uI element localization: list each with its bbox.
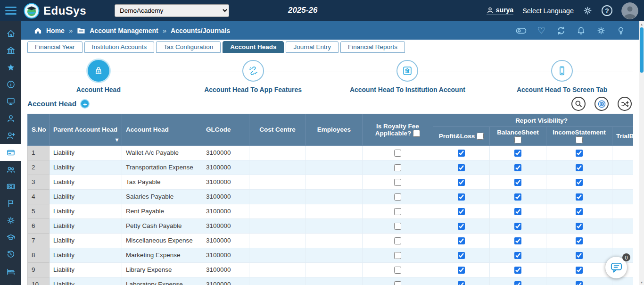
income-statement-cell — [546, 262, 612, 277]
breadcrumb-section[interactable]: Account Management — [90, 27, 158, 34]
sno-header: S.No — [28, 114, 50, 146]
royalty-checkbox[interactable] — [394, 223, 401, 230]
royalty-checkbox[interactable] — [394, 164, 401, 171]
shuffle-button[interactable] — [618, 97, 632, 111]
bell-icon[interactable] — [577, 26, 586, 35]
bulb-icon[interactable] — [617, 26, 625, 35]
balance-sheet-checkbox[interactable] — [514, 281, 521, 285]
profit-loss-select-all-checkbox[interactable] — [477, 133, 484, 140]
select-language-link[interactable]: Select Language — [522, 7, 574, 15]
royalty-checkbox[interactable] — [394, 252, 401, 259]
scroll-up-arrow[interactable]: ▲ — [639, 21, 644, 27]
add-account-head-button[interactable]: + — [80, 99, 90, 109]
toggle-icon[interactable] — [516, 26, 527, 35]
royalty-checkbox[interactable] — [394, 150, 401, 157]
step-account-head[interactable]: Account Head — [21, 53, 176, 93]
balance-sheet-checkbox[interactable] — [514, 179, 521, 186]
heart-icon[interactable]: ♡ — [537, 26, 545, 35]
sidebar-item-institution[interactable] — [0, 42, 21, 59]
income-statement-checkbox[interactable] — [576, 164, 583, 171]
sync-icon[interactable] — [556, 26, 566, 35]
profit-loss-checkbox[interactable] — [458, 267, 465, 274]
tab-tax-configuration[interactable]: Tax Configuration — [156, 41, 221, 53]
income-statement-checkbox[interactable] — [576, 150, 583, 157]
income-statement-checkbox[interactable] — [576, 281, 583, 285]
scroll-down-arrow[interactable]: ▼ — [639, 279, 644, 285]
profit-loss-checkbox[interactable] — [458, 237, 465, 244]
profit-loss-checkbox[interactable] — [458, 193, 465, 201]
record-button[interactable] — [594, 97, 609, 111]
profit-loss-checkbox[interactable] — [458, 150, 465, 157]
sidebar-item-academics[interactable] — [0, 229, 21, 246]
parent-account-head-header[interactable]: Parent Account Head ▾ — [50, 114, 122, 146]
avatar[interactable] — [621, 2, 638, 19]
sidebar-item-info[interactable] — [0, 76, 21, 93]
profit-loss-checkbox[interactable] — [458, 179, 465, 186]
income-statement-checkbox[interactable] — [576, 208, 583, 215]
sidebar-item-settings[interactable] — [0, 212, 21, 229]
income-statement-checkbox[interactable] — [576, 252, 583, 259]
profit-loss-checkbox[interactable] — [458, 164, 465, 171]
settings-icon[interactable] — [583, 6, 593, 16]
balance-sheet-select-all-checkbox[interactable] — [514, 136, 521, 143]
step-account-head-to-app-features[interactable]: Account Head To App Features — [176, 53, 330, 93]
sidebar-item-accounts[interactable] — [0, 144, 21, 161]
sidebar-item-history[interactable] — [0, 246, 21, 263]
sort-chevron-icon[interactable]: ▾ — [116, 136, 118, 143]
royalty-checkbox[interactable] — [394, 208, 401, 215]
menu-icon[interactable] — [0, 7, 21, 15]
balance-sheet-checkbox[interactable] — [514, 208, 521, 215]
profit-loss-cell — [433, 218, 490, 233]
balance-sheet-checkbox[interactable] — [514, 267, 521, 274]
income-statement-checkbox[interactable] — [576, 223, 583, 230]
royalty-checkbox[interactable] — [394, 179, 401, 186]
balance-sheet-checkbox[interactable] — [514, 193, 521, 201]
sidebar-item-starred[interactable] — [0, 59, 21, 76]
help-icon[interactable]: ? — [602, 5, 612, 16]
tab-journal-entry[interactable]: Journal Entry — [286, 41, 339, 53]
gear-icon[interactable] — [596, 26, 606, 35]
sidebar-item-monitor[interactable] — [0, 93, 21, 110]
tab-institution-accounts[interactable]: Institution Accounts — [84, 41, 154, 53]
tab-financial-reports[interactable]: Financial Reports — [340, 41, 405, 53]
income-statement-checkbox[interactable] — [576, 179, 583, 186]
royalty-checkbox[interactable] — [394, 267, 401, 274]
step-account-head-to-screen-tab[interactable]: Account Head To Screen Tab — [485, 53, 639, 93]
balance-sheet-checkbox[interactable] — [514, 150, 521, 157]
sidebar-item-flag[interactable] — [0, 195, 21, 212]
income-statement-checkbox[interactable] — [576, 237, 583, 244]
academy-select[interactable]: DemoAcademy — [115, 4, 229, 17]
royalty-checkbox[interactable] — [394, 237, 401, 244]
profit-loss-checkbox[interactable] — [458, 281, 465, 285]
royalty-checkbox[interactable] — [394, 193, 401, 201]
sidebar-item-hostel[interactable] — [0, 263, 21, 280]
accounts-icon — [6, 148, 16, 157]
balance-sheet-checkbox[interactable] — [514, 252, 521, 259]
sidebar-item-user-add[interactable] — [0, 127, 21, 144]
balance-sheet-checkbox[interactable] — [514, 164, 521, 171]
sidebar-item-home[interactable] — [0, 25, 21, 42]
sidebar-item-payroll[interactable] — [0, 178, 21, 195]
sidebar-item-user[interactable] — [0, 110, 21, 127]
income-statement-checkbox[interactable] — [576, 267, 583, 274]
balance-sheet-checkbox[interactable] — [514, 223, 521, 230]
sidebar-item-group[interactable] — [0, 161, 21, 178]
vertical-scrollbar[interactable]: ▲ ▼ — [639, 21, 644, 285]
step-account-head-to-institution-account[interactable]: Account Head To Institution Account — [330, 53, 485, 93]
sidebar-item-utilities[interactable] — [0, 280, 21, 285]
tab-financial-year[interactable]: Financial Year — [27, 41, 83, 53]
tab-account-heads[interactable]: Account Heads — [223, 41, 284, 53]
breadcrumb-home[interactable]: Home — [46, 27, 65, 34]
profit-loss-checkbox[interactable] — [458, 208, 465, 215]
user-menu[interactable]: surya — [487, 6, 513, 15]
profit-loss-checkbox[interactable] — [458, 252, 465, 259]
scrollbar-thumb[interactable] — [640, 27, 644, 73]
profit-loss-checkbox[interactable] — [458, 223, 465, 230]
search-button[interactable] — [571, 97, 586, 111]
royalty-select-all-checkbox[interactable] — [413, 130, 420, 137]
step-nav: Account Head Account Head To App Feature… — [21, 53, 639, 93]
income-statement-select-all-checkbox[interactable] — [576, 136, 583, 143]
balance-sheet-checkbox[interactable] — [514, 237, 521, 244]
income-statement-checkbox[interactable] — [576, 193, 583, 201]
royalty-checkbox[interactable] — [394, 281, 401, 285]
